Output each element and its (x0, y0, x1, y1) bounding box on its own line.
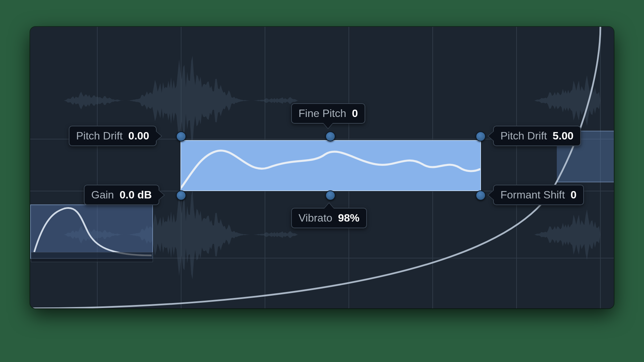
tooltip-arrow-left-icon (488, 131, 494, 141)
tooltip-gain[interactable]: Gain 0.0 dB (84, 185, 159, 205)
tooltip-label: Pitch Drift (76, 130, 123, 142)
tooltip-value: 0 (571, 189, 577, 201)
tooltip-value: 0.00 (128, 130, 149, 142)
pitch-curve-left (34, 208, 152, 255)
selected-note-region[interactable] (180, 140, 481, 191)
tooltip-value: 98% (338, 212, 360, 224)
tooltip-arrow-down-icon (323, 123, 333, 128)
tooltip-vibrato[interactable]: Vibrato 98% (291, 208, 367, 228)
tooltip-label: Pitch Drift (500, 130, 547, 142)
tooltip-value: 0.0 dB (119, 189, 152, 201)
note-region-left[interactable] (30, 204, 153, 259)
hotspot-top-left[interactable] (176, 131, 186, 141)
hotspot-bottom-center[interactable] (325, 190, 335, 200)
hotspot-top-right[interactable] (476, 131, 486, 141)
pitch-curve-selected (181, 150, 480, 188)
tooltip-fine-pitch[interactable]: Fine Pitch 0 (291, 103, 365, 124)
note-footer-left (31, 252, 153, 262)
tooltip-value: 5.00 (553, 130, 574, 142)
tooltip-label: Fine Pitch (299, 107, 346, 119)
pitch-editor-panel: Pitch Drift 0.00 Fine Pitch 0 Pitch Drif… (30, 27, 614, 308)
tooltip-arrow-right-icon (159, 190, 164, 200)
tooltip-pitch-drift-right[interactable]: Pitch Drift 5.00 (493, 126, 581, 146)
tooltip-arrow-left-icon (488, 190, 494, 200)
tooltip-label: Gain (91, 189, 114, 201)
hotspot-bottom-right[interactable] (476, 190, 486, 200)
tooltip-label: Vibrato (299, 212, 332, 224)
tooltip-arrow-up-icon (324, 203, 334, 208)
tooltip-arrow-right-icon (156, 131, 161, 141)
tooltip-value: 0 (352, 107, 358, 119)
hotspot-top-center[interactable] (325, 131, 335, 141)
tooltip-formant-shift[interactable]: Formant Shift 0 (493, 185, 584, 205)
tooltip-label: Formant Shift (500, 189, 565, 201)
tooltip-pitch-drift-left[interactable]: Pitch Drift 0.00 (69, 126, 157, 146)
hotspot-bottom-left[interactable] (176, 190, 186, 200)
